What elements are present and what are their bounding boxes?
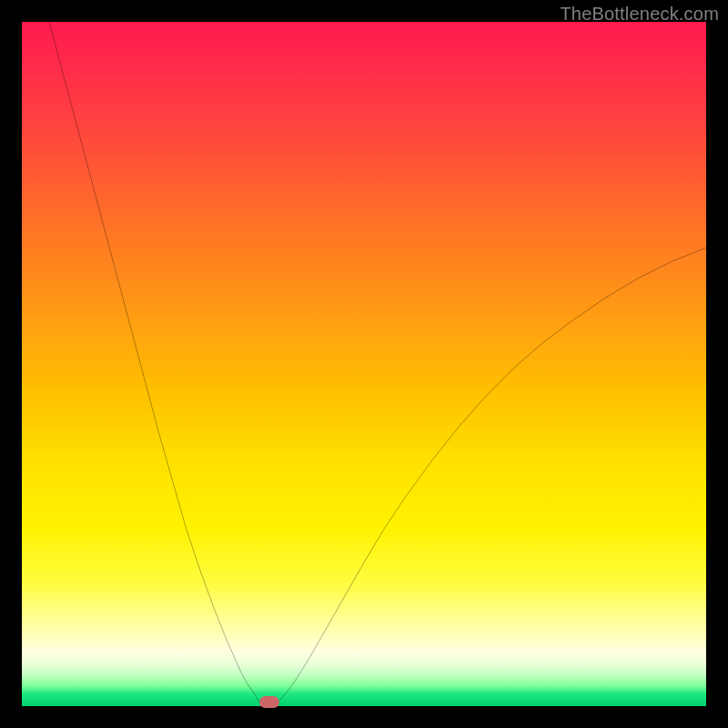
bottleneck-marker xyxy=(259,696,280,707)
outer-frame: TheBottleneck.com xyxy=(0,0,728,728)
background-gradient xyxy=(22,22,706,706)
plot-area xyxy=(22,22,706,706)
